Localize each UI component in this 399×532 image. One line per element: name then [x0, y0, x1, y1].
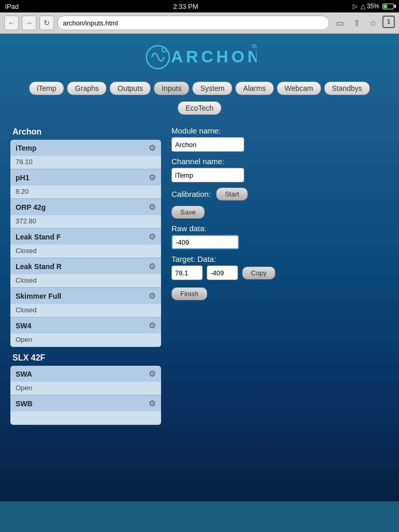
orp42g-name: ORP 42g [16, 203, 46, 211]
module-name-input[interactable] [171, 137, 244, 152]
upload-button[interactable]: ⇧ [349, 16, 364, 30]
carrier-label: iPad [5, 3, 19, 10]
data-value-box: -409 [207, 265, 238, 280]
skimmer-full-value: Closed [10, 304, 161, 317]
slx42f-section: SWA ⚙ Open SWB ⚙ [10, 366, 161, 425]
itemp-name: iTemp [16, 144, 36, 152]
nav-home[interactable]: iTemp [29, 82, 64, 95]
swb-value [10, 411, 161, 424]
leak-stand-f-name: Leak Stand F [16, 233, 61, 241]
copy-button[interactable]: Copy [242, 267, 275, 280]
nav-standbys[interactable]: Standbys [324, 82, 370, 95]
tab-count[interactable]: 1 [382, 16, 395, 28]
nav-ecotech[interactable]: EcoTech [178, 101, 221, 115]
logo-svg: ARCHON [142, 42, 257, 73]
signal-label: △ 35% [361, 3, 379, 10]
channel-name-label: Channel name: [171, 157, 389, 166]
calibration-label: Calibration: [171, 190, 211, 198]
sw4-name: SW4 [16, 322, 31, 330]
skimmer-full-name: Skimmer Full [16, 292, 61, 300]
skimmer-full-gear-icon[interactable]: ⚙ [149, 291, 156, 301]
leak-stand-r-gear-icon[interactable]: ⚙ [149, 261, 156, 271]
forward-button[interactable]: → [22, 16, 36, 30]
ph1-value: 8.20 [10, 185, 161, 198]
skimmer-full-row: Skimmer Full ⚙ Closed [10, 288, 161, 317]
leak-stand-f-gear-icon[interactable]: ⚙ [149, 232, 156, 242]
target-data-row-container: Target: Data: 78.1 -409 Copy [171, 255, 389, 280]
svg-point-1 [162, 48, 166, 52]
nav-system[interactable]: System [192, 82, 232, 95]
ph1-header: pH1 ⚙ [10, 169, 161, 185]
sw4-value: Open [10, 334, 161, 347]
target-data-label: Target: Data: [171, 255, 389, 263]
svg-text:ARCHON: ARCHON [171, 47, 257, 66]
nav-alarms[interactable]: Alarms [235, 82, 274, 95]
leak-stand-r-name: Leak Stand R [16, 262, 62, 271]
browser-actions: ▭ ⇧ ☆ 1 [332, 16, 395, 30]
ph1-gear-icon[interactable]: ⚙ [149, 172, 156, 182]
sw4-gear-icon[interactable]: ⚙ [149, 321, 156, 330]
logo-area: ARCHON [0, 34, 399, 77]
itemp-gear-icon[interactable]: ⚙ [149, 143, 156, 153]
target-data-values: 78.1 -409 Copy [171, 265, 389, 280]
time-label: 2:33 PM [173, 3, 198, 10]
leak-stand-f-value: Closed [10, 245, 161, 258]
nav-menu: iTemp Graphs Outputs Inputs System Alarm… [0, 77, 399, 99]
left-panel: Archon iTemp ⚙ 78.10 pH1 ⚙ 8.20 [10, 124, 161, 428]
nav-graphs[interactable]: Graphs [67, 82, 107, 95]
swb-row: SWB ⚙ [10, 395, 161, 425]
swa-row: SWA ⚙ Open [10, 366, 161, 395]
calibration-start-button[interactable]: Start [216, 188, 248, 201]
url-text: archon/inputs.html [63, 19, 118, 27]
swb-gear-icon[interactable]: ⚙ [149, 398, 156, 408]
swb-name: SWB [16, 400, 33, 408]
nav-inputs[interactable]: Inputs [154, 82, 189, 95]
leak-stand-r-value: Closed [10, 274, 161, 287]
swa-value: Open [10, 382, 161, 395]
browser-chrome: ← → ↻ archon/inputs.html ▭ ⇧ ☆ 1 [0, 12, 399, 34]
orp42g-value: 372.80 [10, 215, 161, 228]
archon-section-header: Archon [10, 124, 161, 140]
orp42g-gear-icon[interactable]: ⚙ [149, 202, 156, 212]
sw4-row: SW4 ⚙ Open [10, 317, 161, 347]
ph1-row: pH1 ⚙ 8.20 [10, 169, 161, 199]
save-row: Save [171, 206, 389, 219]
leak-stand-r-header: Leak Stand R ⚙ [10, 258, 161, 274]
orp42g-header: ORP 42g ⚙ [10, 199, 161, 215]
archon-section: iTemp ⚙ 78.10 pH1 ⚙ 8.20 ORP 42g ⚙ [10, 140, 161, 347]
nav-sub: EcoTech [0, 99, 399, 119]
address-bar[interactable]: archon/inputs.html [57, 16, 329, 30]
bluetooth-icon: ▷ [353, 3, 357, 10]
orp42g-row: ORP 42g ⚙ 372.80 [10, 199, 161, 229]
raw-data-row: Raw data: -409 [171, 224, 389, 249]
status-bar: iPad 2:33 PM ▷ △ 35% [0, 0, 399, 12]
share-button[interactable]: ▭ [332, 16, 347, 30]
target-value-box: 78.1 [171, 265, 203, 280]
save-button[interactable]: Save [171, 206, 205, 219]
finish-row: Finish [171, 287, 389, 300]
channel-name-row: Channel name: [171, 157, 389, 182]
finish-button[interactable]: Finish [171, 287, 207, 300]
nav-webcam[interactable]: Webcam [277, 82, 321, 95]
itemp-row: iTemp ⚙ 78.10 [10, 140, 161, 169]
swb-header: SWB ⚙ [10, 395, 161, 411]
status-right: ▷ △ 35% [353, 3, 394, 10]
back-button[interactable]: ← [4, 16, 19, 30]
reload-button[interactable]: ↻ [39, 16, 54, 30]
itemp-header: iTemp ⚙ [10, 140, 161, 156]
raw-data-value: -409 [171, 235, 239, 249]
calibration-row: Calibration: Start [171, 188, 389, 201]
nav-outputs[interactable]: Outputs [110, 82, 151, 95]
bookmark-button[interactable]: ☆ [366, 16, 380, 30]
battery-icon [382, 4, 394, 9]
swa-header: SWA ⚙ [10, 366, 161, 382]
main-content: Archon iTemp ⚙ 78.10 pH1 ⚙ 8.20 [0, 119, 399, 433]
ocean-background: ARCHON iTemp Graphs Outputs Inputs Syste… [0, 34, 399, 501]
raw-data-label: Raw data: [171, 224, 389, 233]
channel-name-input[interactable] [171, 168, 244, 182]
swa-gear-icon[interactable]: ⚙ [149, 369, 156, 379]
leak-stand-f-header: Leak Stand F ⚙ [10, 229, 161, 245]
right-panel: Module name: Channel name: Calibration: … [171, 124, 389, 428]
itemp-value: 78.10 [10, 156, 161, 169]
module-name-label: Module name: [171, 126, 389, 135]
